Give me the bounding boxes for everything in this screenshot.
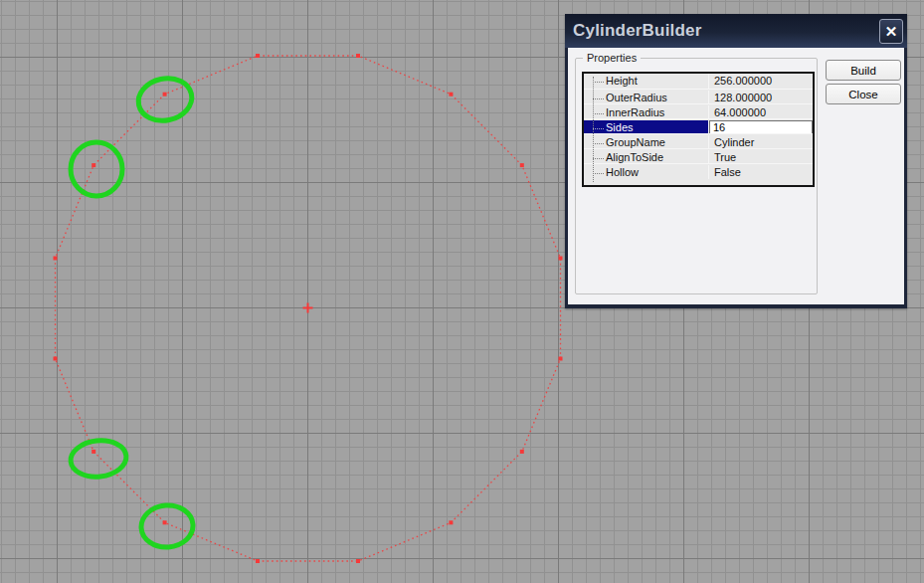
tree-branch xyxy=(593,82,604,83)
center-marker[interactable] xyxy=(303,303,313,313)
vertex-marker[interactable] xyxy=(520,163,524,167)
close-button[interactable]: ✕ xyxy=(879,19,903,44)
build-button[interactable]: Build xyxy=(826,60,901,81)
vertex-marker[interactable] xyxy=(256,559,260,563)
property-value[interactable]: 128.000000 xyxy=(709,91,813,104)
vertex-marker[interactable] xyxy=(92,163,95,167)
vertex-marker[interactable] xyxy=(356,54,360,58)
property-name[interactable]: GroupName xyxy=(584,135,709,149)
properties-group-label: Properties xyxy=(583,52,641,64)
property-value[interactable]: 256.000000 xyxy=(709,74,813,90)
vertex-marker[interactable] xyxy=(163,93,167,97)
property-name[interactable]: Hollow xyxy=(584,165,709,179)
highlight-ellipse xyxy=(140,503,195,549)
properties-group: Properties Height256.000000OuterRadius12… xyxy=(575,58,818,294)
vertex-marker[interactable] xyxy=(163,520,167,524)
vertex-marker[interactable] xyxy=(520,450,524,454)
property-value[interactable]: False xyxy=(709,165,813,179)
property-name[interactable]: AlignToSide xyxy=(584,150,709,164)
highlight-ellipse xyxy=(69,438,127,480)
property-name[interactable]: InnerRadius xyxy=(584,105,709,119)
property-row-aligntoside[interactable]: AlignToSideTrue xyxy=(584,148,813,164)
vertex-marker[interactable] xyxy=(449,93,453,97)
vertex-marker[interactable] xyxy=(92,450,95,454)
property-value[interactable] xyxy=(709,120,813,134)
property-row-hollow[interactable]: HollowFalse xyxy=(584,163,813,179)
tree-branch xyxy=(593,98,604,99)
tree-branch xyxy=(593,113,604,114)
property-row-groupname[interactable]: GroupNameCylinder xyxy=(584,133,813,149)
tree-branch xyxy=(593,158,604,159)
property-row-outerradius[interactable]: OuterRadius128.000000 xyxy=(584,89,813,104)
highlight-ellipse xyxy=(134,74,196,125)
property-row-sides[interactable]: Sides xyxy=(584,118,813,134)
property-value[interactable]: 64.000000 xyxy=(709,105,813,119)
vertex-marker[interactable] xyxy=(356,559,360,563)
dialog-client-area: Properties Height256.000000OuterRadius12… xyxy=(568,48,904,304)
property-row-height[interactable]: Height256.000000 xyxy=(584,74,813,90)
vertex-marker[interactable] xyxy=(256,54,260,58)
dialog-titlebar[interactable]: CylinderBuilder ✕ xyxy=(565,14,907,48)
tree-branch xyxy=(593,173,604,174)
tree-branch xyxy=(593,128,604,129)
property-row-innerradius[interactable]: InnerRadius64.000000 xyxy=(584,103,813,119)
property-name[interactable]: Height xyxy=(584,74,709,90)
tree-branch xyxy=(593,143,604,144)
dialog-title: CylinderBuilder xyxy=(573,21,702,41)
highlight-ellipse xyxy=(71,142,122,196)
vertex-marker[interactable] xyxy=(559,257,563,261)
sides-input[interactable] xyxy=(709,120,813,134)
close-icon: ✕ xyxy=(885,24,898,39)
property-value[interactable]: True xyxy=(709,150,813,164)
vertex-marker[interactable] xyxy=(449,520,453,524)
property-grid: Height256.000000OuterRadius128.000000Inn… xyxy=(582,72,815,187)
property-name[interactable]: OuterRadius xyxy=(584,91,709,104)
cylinder-builder-dialog: CylinderBuilder ✕ Properties Height256.0… xyxy=(565,14,907,308)
property-name[interactable]: Sides xyxy=(584,120,709,134)
vertex-marker[interactable] xyxy=(54,257,58,261)
vertex-marker[interactable] xyxy=(54,357,58,361)
dialog-button-column: Build Close xyxy=(826,60,901,104)
vertex-marker[interactable] xyxy=(559,357,563,361)
close-dialog-button[interactable]: Close xyxy=(826,84,901,104)
property-value[interactable]: Cylinder xyxy=(709,135,813,149)
